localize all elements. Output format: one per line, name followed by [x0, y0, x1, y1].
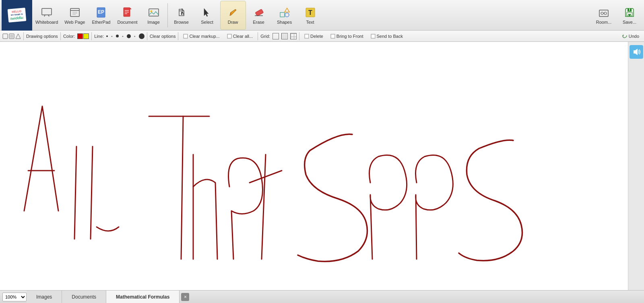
handwriting-svg	[0, 42, 628, 290]
browse-icon	[175, 6, 188, 19]
toolbar2-sep6	[258, 32, 258, 40]
line-label: Line:	[94, 34, 104, 39]
shapes-button[interactable]: Shapes	[272, 1, 297, 30]
svg-marker-42	[634, 49, 638, 55]
sub-icon-3	[15, 33, 21, 39]
shapes-icon	[278, 6, 291, 19]
image-button[interactable]: Image	[141, 1, 167, 30]
drawing-options-label: Drawing options	[26, 34, 58, 39]
svg-rect-39	[305, 34, 309, 38]
svg-rect-3	[70, 8, 79, 16]
bring-to-front-button[interactable]: Bring to Front	[328, 33, 366, 39]
toolbar2-sep3	[91, 32, 92, 40]
svg-rect-21	[280, 12, 285, 17]
room-button[interactable]: Room...	[591, 1, 617, 30]
sub-tool-icons	[2, 33, 21, 39]
toolbar2-sep4	[147, 32, 147, 40]
whiteboard-icon	[40, 6, 53, 19]
svg-marker-17	[204, 8, 208, 16]
svg-rect-0	[42, 8, 52, 15]
svg-marker-36	[16, 34, 21, 39]
draw-icon	[227, 6, 239, 19]
svg-point-27	[601, 12, 603, 14]
svg-marker-11	[130, 8, 132, 9]
draw-button[interactable]: Draw	[220, 1, 246, 30]
document-button[interactable]: Document	[114, 1, 140, 30]
tab-close-button[interactable]: ×	[181, 293, 189, 301]
select-button[interactable]: Select	[194, 1, 220, 30]
twiddla-logo[interactable]: HELLO MY NAME IS twiddla:	[2, 0, 32, 31]
svg-rect-15	[149, 9, 159, 16]
color-swatches	[77, 33, 89, 39]
svg-rect-41	[371, 34, 375, 38]
etherpad-button[interactable]: EP EtherPad	[88, 1, 114, 30]
grid-btn-1[interactable]	[272, 33, 279, 39]
tab-documents[interactable]: Documents	[62, 291, 106, 303]
svg-marker-32	[628, 14, 631, 16]
select-icon	[201, 6, 214, 19]
right-side-panel	[628, 42, 644, 290]
grid-btn-3[interactable]	[290, 33, 297, 39]
svg-point-28	[604, 12, 607, 14]
separator-1	[167, 3, 168, 27]
send-to-back-icon	[371, 34, 376, 39]
bring-to-front-icon	[330, 34, 335, 39]
text-button[interactable]: T Text	[297, 1, 323, 30]
image-icon	[147, 6, 160, 19]
bottom-bar: 100% 50% 75% 150% 200% Images Documents …	[0, 290, 644, 303]
room-icon	[597, 6, 610, 19]
svg-text:EP: EP	[98, 9, 104, 15]
svg-rect-19	[255, 9, 264, 16]
drawing-toolbar: Drawing options Color: Line: • • • Clear…	[0, 31, 644, 42]
etherpad-icon: EP	[95, 6, 107, 19]
clear-options-label: Clear options	[150, 34, 176, 39]
undo-icon	[622, 33, 627, 39]
erase-button[interactable]: Erase	[246, 1, 272, 30]
browse-button[interactable]: Browse	[169, 1, 194, 30]
text-icon: T	[304, 6, 317, 19]
svg-rect-33	[3, 34, 8, 39]
tab-images[interactable]: Images	[27, 291, 62, 303]
color-yellow-swatch[interactable]	[83, 33, 89, 39]
line-dot-lg[interactable]	[139, 33, 144, 39]
line-dot-xs[interactable]	[106, 35, 108, 37]
save-icon	[623, 6, 636, 19]
grid-btn-2[interactable]	[281, 33, 288, 39]
delete-icon	[304, 34, 309, 39]
webpage-button[interactable]: Web Page	[61, 1, 88, 30]
send-to-back-button[interactable]: Send to Back	[368, 33, 405, 39]
svg-rect-38	[227, 34, 231, 38]
delete-button[interactable]: Delete	[302, 33, 326, 39]
svg-text:T: T	[308, 9, 312, 16]
svg-rect-37	[184, 34, 188, 38]
svg-point-16	[150, 10, 152, 12]
save-button[interactable]: Save...	[617, 1, 642, 30]
line-dot-md[interactable]	[127, 34, 131, 38]
line-dot-sm[interactable]	[116, 35, 119, 37]
clear-all-button[interactable]: Clear all...	[225, 33, 256, 39]
audio-button[interactable]	[630, 45, 643, 59]
main-toolbar: HELLO MY NAME IS twiddla: Whiteboard	[0, 0, 644, 31]
svg-rect-40	[331, 34, 335, 38]
audio-icon	[632, 47, 641, 56]
sub-icon-2	[9, 33, 14, 39]
color-red-swatch[interactable]	[77, 33, 83, 39]
whiteboard-button[interactable]: Whiteboard	[32, 1, 61, 30]
toolbar2-sep2	[60, 32, 61, 40]
sub-icon-1	[2, 33, 8, 39]
erase-icon	[252, 6, 265, 19]
svg-rect-35	[10, 35, 13, 38]
svg-marker-22	[285, 8, 289, 12]
zoom-select[interactable]: 100% 50% 75% 150% 200%	[2, 293, 27, 301]
undo-button[interactable]: Undo	[619, 33, 642, 40]
webpage-icon	[68, 6, 81, 19]
whiteboard-canvas[interactable]	[0, 42, 644, 290]
color-label: Color:	[63, 34, 75, 39]
toolbar2-sep1	[23, 32, 24, 40]
svg-point-23	[285, 13, 289, 17]
checkbox2-icon	[227, 34, 232, 39]
tab-mathematical-formulas[interactable]: Mathematical Formulas	[106, 291, 180, 303]
clear-markup-button[interactable]: Clear markup...	[181, 33, 222, 39]
grid-label: Grid:	[260, 34, 270, 39]
checkbox-icon	[183, 34, 188, 39]
